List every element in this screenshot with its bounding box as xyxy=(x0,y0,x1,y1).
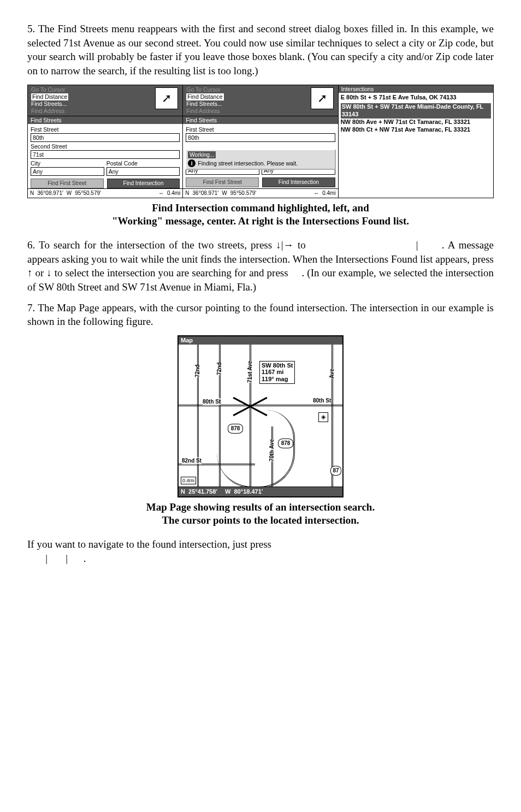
list-item[interactable]: E 80th St + S 71st E Ave Tulsa, OK 74133 xyxy=(341,94,491,102)
label-72nd-b: 72nd xyxy=(216,362,223,375)
lon-val: 95°50.579' xyxy=(75,189,101,197)
first-street-field-c[interactable]: 80th xyxy=(186,133,335,142)
compass-icon: ◈ xyxy=(318,412,328,422)
find-first-street-button-c[interactable]: Find First Street xyxy=(186,177,259,187)
menu-find-distance: Find Distance xyxy=(31,93,68,100)
postal-label: Postal Code xyxy=(106,159,180,167)
panel-left: Go To Cursor Find Distance Find Streets.… xyxy=(28,85,183,198)
lat-val-c: 36°08.971' xyxy=(193,189,219,197)
p6e: to select the intersection you are searc… xyxy=(52,267,291,278)
label-72nd-a: 72nd xyxy=(194,364,202,377)
status-bar-left: N 36°08.971' W 95°50.579' ↔ 0.4mi xyxy=(28,188,182,198)
p6b: to xyxy=(294,239,310,251)
list-item[interactable]: NW 80th Ct + NW 71st Ave Tamarac, FL 333… xyxy=(341,126,491,134)
p6d: or xyxy=(33,267,47,278)
compass-arrow-icon: ➚ xyxy=(155,87,178,109)
label-ave: Ave xyxy=(328,369,336,378)
first-street-label-c: First Street xyxy=(186,126,335,133)
label-70th: 70th Ave xyxy=(268,439,276,461)
status-bar-center: N 36°08.971' W 95°50.579' ↔ 0.4mi xyxy=(183,188,338,198)
pipe2: | xyxy=(416,239,418,251)
caption1-line2: "Working" message, center. At right is t… xyxy=(112,215,409,227)
working-popup: Working... i Finding street intersection… xyxy=(185,149,335,170)
map-canvas: 72nd 72nd 71st Ave 70th Ave Ave 80th St … xyxy=(179,345,342,487)
lat-lbl: N xyxy=(30,189,34,197)
dist-val-c: 0.4mi xyxy=(322,189,335,197)
label-71st: 71st Ave xyxy=(246,360,254,382)
lat-lbl-c: N xyxy=(185,189,189,197)
coord-lat: 25°41.758' xyxy=(188,488,217,495)
first-street-field[interactable]: 80th xyxy=(31,133,180,142)
road-ave xyxy=(331,345,333,487)
map-figure: Map 72nd 72nd 71st Ave 70th Ave Ave 80th… xyxy=(177,335,344,497)
caption1-line1: Find Intersection command highlighted, l… xyxy=(152,202,369,214)
figure1-caption: Find Intersection command highlighted, l… xyxy=(27,201,494,228)
info-name: SW 80th St xyxy=(262,362,293,369)
node-87: 87 xyxy=(330,466,341,476)
paragraph-5: 5. The Find Streets menu reappears with … xyxy=(27,22,494,78)
menu-find-distance-c: Find Distance xyxy=(186,93,223,100)
paragraph-6: 6. To search for the intersection of the… xyxy=(27,238,494,294)
caption2-line1: Map Page showing results of an intersect… xyxy=(146,501,375,513)
find-intersection-button[interactable]: Find Intersection xyxy=(107,179,180,188)
caption2-line2: The cursor points to the located interse… xyxy=(162,514,359,526)
panel-right: Intersections E 80th St + S 71st E Ave T… xyxy=(339,85,493,198)
map-info-box: SW 80th St 1167 mi 119° mag xyxy=(259,361,295,384)
coord-n: N xyxy=(181,488,185,495)
figure2-caption: Map Page showing results of an intersect… xyxy=(27,501,494,527)
lon-lbl-c: W xyxy=(222,189,227,197)
postal-field[interactable]: Any xyxy=(106,167,180,176)
dialog-title-center: Find Streets xyxy=(183,116,338,124)
city-label: City xyxy=(31,159,104,167)
info-icon: i xyxy=(188,159,196,167)
map-scale: 0.4mi xyxy=(181,477,196,484)
down-arrow: ↓ xyxy=(276,239,281,251)
panel-center: Go To Cursor Find Distance Find Streets.… xyxy=(183,85,338,198)
label-80th-r: 80th St xyxy=(313,397,331,405)
paragraph-7: 7. The Map Page appears, with the cursor… xyxy=(27,301,494,329)
dist-val: 0.4mi xyxy=(167,189,180,197)
pipe3: | xyxy=(45,553,48,564)
coord-lon: 80°18.471' xyxy=(234,488,263,495)
right-arrow: → xyxy=(283,239,294,251)
list-item[interactable]: NW 80th Ave + NW 71st Ct Tamarac, FL 333… xyxy=(341,118,491,126)
down-arrow-2: ↓ xyxy=(46,267,52,278)
compass-arrow-icon-c: ➚ xyxy=(311,87,334,109)
dialog-title-left: Find Streets xyxy=(28,116,182,124)
info-dist: 1167 mi xyxy=(262,369,293,376)
find-first-street-button[interactable]: Find First Street xyxy=(31,179,104,188)
map-coord-bar: N 25°41.758' W 80°18.471' xyxy=(179,487,342,496)
form-left: First Street 80th Second Street 71st Cit… xyxy=(28,124,182,188)
city-field[interactable]: Any xyxy=(31,167,104,176)
info-bearing: 119° mag xyxy=(262,376,293,383)
coord-w: W xyxy=(225,488,230,495)
intersections-list[interactable]: E 80th St + S 71st E Ave Tulsa, OK 74133… xyxy=(339,93,493,198)
find-streets-figure: Go To Cursor Find Distance Find Streets.… xyxy=(27,85,494,198)
map-title: Map xyxy=(179,336,342,345)
highway-arc xyxy=(217,410,295,487)
intersections-title: Intersections xyxy=(339,85,493,93)
hwy-shield-1: 878 xyxy=(228,424,243,434)
second-street-label: Second Street xyxy=(31,143,180,150)
lon-val-c: 95°50.579' xyxy=(230,189,257,197)
p8: If you want to navigate to the found int… xyxy=(27,538,271,550)
up-arrow: ↑ xyxy=(27,267,33,278)
working-title: Working... xyxy=(188,151,216,159)
lon-lbl: W xyxy=(67,189,72,197)
label-82nd: 82nd St xyxy=(182,457,202,465)
p6a: 6. To search for the intersection of the… xyxy=(27,239,276,251)
second-street-field[interactable]: 71st xyxy=(31,150,180,159)
lat-val: 36°08.971' xyxy=(37,189,63,197)
pipe4: | xyxy=(66,553,68,564)
map-cursor xyxy=(231,393,269,419)
arrows-icon-c: ↔ xyxy=(313,189,319,197)
paragraph-8: If you want to navigate to the found int… xyxy=(27,537,494,565)
label-80th: 80th St xyxy=(203,398,221,406)
find-intersection-button-c[interactable]: Find Intersection xyxy=(262,177,335,187)
list-item[interactable]: SW 80th St + SW 71st Ave Miami-Dade Coun… xyxy=(341,103,491,118)
first-street-label: First Street xyxy=(31,126,180,133)
arrows-icon: ↔ xyxy=(158,189,164,197)
form-center: First Street 80th S C Any P Any Find Fir… xyxy=(183,124,338,188)
hwy-shield-2: 878 xyxy=(278,438,293,448)
working-message: Finding street intersection. Please wait… xyxy=(198,159,298,167)
